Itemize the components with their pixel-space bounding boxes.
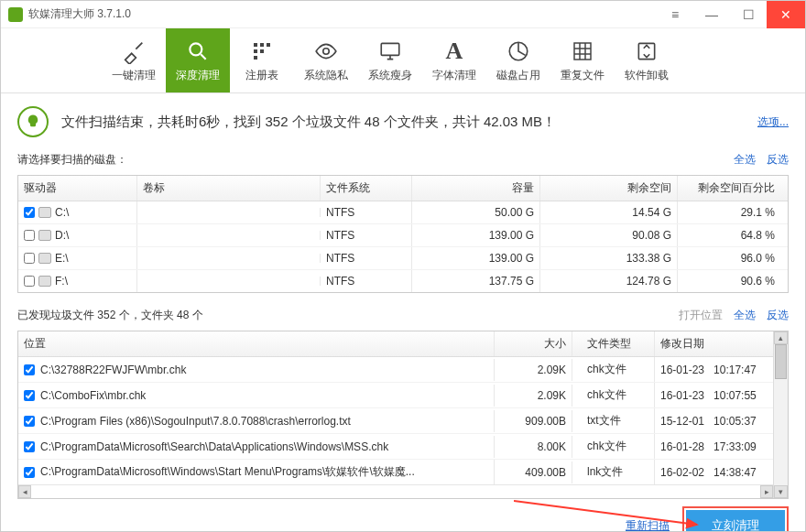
file-path: C:\ProgramData\Microsoft\Windows\Start M… bbox=[40, 464, 415, 480]
file-select-all-link[interactable]: 全选 bbox=[734, 308, 756, 323]
drive-icon bbox=[38, 230, 51, 241]
file-row[interactable]: C:\Program Files (x86)\SogouInput\7.8.0.… bbox=[18, 408, 773, 434]
recycle-icon bbox=[634, 38, 659, 64]
scroll-thumb[interactable] bbox=[775, 344, 787, 379]
scan-summary: 文件扫描结束，共耗时6秒，找到 352 个垃圾文件 48 个文件夹，共计 42.… bbox=[1, 93, 805, 150]
tab-font-clean[interactable]: A 字体清理 bbox=[422, 28, 486, 92]
drive-name: D:\ bbox=[55, 229, 69, 242]
file-mtime: 16-01-23 10:07:55 bbox=[655, 385, 773, 407]
disk-row[interactable]: D:\NTFS139.00 G90.08 G64.8 % bbox=[18, 224, 788, 247]
file-type: lnk文件 bbox=[572, 460, 655, 484]
svg-rect-4 bbox=[254, 49, 257, 53]
options-link[interactable]: 选项... bbox=[757, 114, 789, 130]
h-scrollbar[interactable]: ◂ ▸ bbox=[18, 484, 773, 498]
file-size: 8.00K bbox=[495, 436, 572, 458]
svg-rect-6 bbox=[254, 56, 257, 60]
clean-now-button[interactable]: 立刻清理 bbox=[686, 510, 785, 532]
open-location-link[interactable]: 打开位置 bbox=[679, 308, 723, 323]
disk-select-all-link[interactable]: 全选 bbox=[734, 152, 756, 168]
tab-privacy[interactable]: 系统隐私 bbox=[294, 28, 358, 92]
file-section-header: 已发现垃圾文件 352 个，文件夹 48 个 打开位置 全选 反选 bbox=[1, 306, 805, 327]
file-path: C:\32788R22FWJFW\mbr.chk bbox=[40, 364, 186, 376]
scroll-down-icon[interactable]: ▾ bbox=[774, 485, 788, 498]
disk-prompt: 请选择要扫描的磁盘： bbox=[17, 152, 127, 168]
file-type: txt文件 bbox=[572, 408, 655, 433]
pie-icon bbox=[506, 38, 531, 64]
lightbulb-icon bbox=[17, 106, 49, 137]
app-logo-icon bbox=[8, 7, 23, 22]
file-row[interactable]: C:\ProgramData\Microsoft\Search\Data\App… bbox=[18, 434, 773, 460]
file-size: 2.09K bbox=[495, 385, 572, 407]
file-type: chk文件 bbox=[572, 434, 655, 459]
file-type: chk文件 bbox=[572, 357, 655, 382]
file-row[interactable]: C:\ProgramData\Microsoft\Windows\Start M… bbox=[18, 460, 773, 484]
file-checkbox[interactable] bbox=[24, 467, 35, 478]
tab-disk-usage[interactable]: 磁盘占用 bbox=[486, 28, 550, 92]
drive-name: C:\ bbox=[55, 206, 69, 219]
drive-name: E:\ bbox=[55, 252, 69, 265]
tab-uninstall[interactable]: 软件卸载 bbox=[615, 28, 679, 92]
drive-name: F:\ bbox=[55, 275, 68, 288]
disk-checkbox[interactable] bbox=[24, 207, 35, 218]
scroll-up-icon[interactable]: ▴ bbox=[774, 331, 788, 344]
file-mtime: 15-12-01 10:05:37 bbox=[655, 410, 773, 432]
disk-checkbox[interactable] bbox=[24, 253, 35, 264]
close-button[interactable]: ✕ bbox=[767, 1, 805, 28]
svg-point-7 bbox=[323, 48, 330, 54]
file-table: 位置 大小 文件类型 修改日期 C:\32788R22FWJFW\mbr.chk… bbox=[17, 331, 789, 499]
maximize-button[interactable]: ☐ bbox=[730, 1, 767, 28]
file-mtime: 16-01-23 10:17:47 bbox=[655, 359, 773, 381]
brush-icon bbox=[121, 38, 147, 64]
v-scrollbar[interactable]: ▴ ▾ bbox=[773, 331, 788, 498]
monitor-icon bbox=[377, 38, 403, 64]
window-title: 软媒清理大师 3.7.1.0 bbox=[28, 6, 131, 22]
disk-checkbox[interactable] bbox=[24, 276, 35, 287]
file-row[interactable]: C:\32788R22FWJFW\mbr.chk2.09Kchk文件16-01-… bbox=[18, 357, 773, 383]
disk-row[interactable]: F:\NTFS137.75 G124.78 G90.6 % bbox=[18, 270, 788, 292]
svg-rect-5 bbox=[260, 49, 264, 53]
rescan-link[interactable]: 重新扫描 bbox=[626, 518, 670, 533]
tab-deep-clean[interactable]: 深度清理 bbox=[166, 28, 230, 92]
file-size: 409.00B bbox=[495, 461, 572, 483]
tab-system-slim[interactable]: 系统瘦身 bbox=[358, 28, 422, 92]
disk-section-header: 请选择要扫描的磁盘： 全选 反选 bbox=[1, 150, 805, 171]
disk-row[interactable]: C:\NTFS50.00 G14.54 G29.1 % bbox=[18, 201, 788, 224]
file-checkbox[interactable] bbox=[24, 390, 35, 401]
magnifier-icon bbox=[185, 38, 211, 64]
arrow-annotation-icon bbox=[514, 497, 706, 532]
file-path: C:\ProgramData\Microsoft\Search\Data\App… bbox=[40, 440, 388, 453]
action-row: 重新扫描 立刻清理 bbox=[1, 499, 805, 532]
main-toolbar: 一键清理 深度清理 注册表 系统隐私 系统瘦身 A 字体清理 磁盘占用 bbox=[1, 28, 805, 93]
svg-rect-8 bbox=[381, 43, 399, 55]
file-size: 909.00B bbox=[495, 410, 572, 432]
file-count-text: 已发现垃圾文件 352 个，文件夹 48 个 bbox=[17, 308, 203, 323]
file-path: C:\ComboFix\mbr.chk bbox=[40, 389, 146, 402]
clean-now-highlight: 立刻清理 bbox=[682, 506, 789, 532]
grid-dup-icon bbox=[570, 38, 595, 64]
file-row[interactable]: C:\ComboFix\mbr.chk2.09Kchk文件16-01-23 10… bbox=[18, 383, 773, 408]
file-invert-link[interactable]: 反选 bbox=[767, 308, 789, 323]
drive-icon bbox=[38, 207, 51, 218]
disk-row[interactable]: E:\NTFS139.00 G133.38 G96.0 % bbox=[18, 247, 788, 270]
grid-icon bbox=[249, 38, 275, 64]
file-checkbox[interactable] bbox=[24, 364, 35, 375]
svg-rect-3 bbox=[267, 43, 270, 47]
menu-button[interactable]: ≡ bbox=[657, 1, 693, 28]
file-table-header: 位置 大小 文件类型 修改日期 bbox=[18, 331, 773, 357]
file-checkbox[interactable] bbox=[24, 441, 35, 452]
file-mtime: 16-01-28 17:33:09 bbox=[655, 436, 773, 458]
tab-one-click-clean[interactable]: 一键清理 bbox=[102, 28, 166, 92]
drive-icon bbox=[38, 276, 51, 287]
disk-invert-link[interactable]: 反选 bbox=[767, 152, 789, 168]
minimize-button[interactable]: ― bbox=[693, 1, 730, 28]
tab-registry[interactable]: 注册表 bbox=[230, 28, 294, 92]
tab-duplicate-files[interactable]: 重复文件 bbox=[550, 28, 615, 92]
file-path: C:\Program Files (x86)\SogouInput\7.8.0.… bbox=[40, 415, 351, 428]
disk-table: 驱动器 卷标 文件系统 容量 剩余空间 剩余空间百分比 C:\NTFS50.00… bbox=[17, 175, 789, 293]
svg-rect-10 bbox=[574, 43, 591, 60]
svg-rect-1 bbox=[254, 43, 257, 47]
svg-rect-2 bbox=[260, 43, 264, 47]
disk-checkbox[interactable] bbox=[24, 230, 35, 241]
file-checkbox[interactable] bbox=[24, 416, 35, 427]
file-size: 2.09K bbox=[495, 359, 572, 381]
